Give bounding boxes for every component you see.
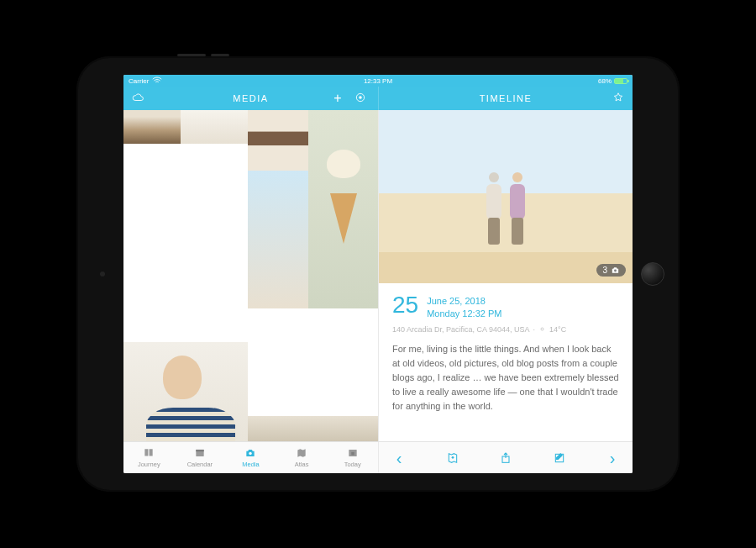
map-location-button[interactable] [441, 446, 465, 470]
tab-label: Atlas [295, 461, 309, 468]
carrier-label: Carrier [129, 77, 149, 85]
entry-date: June 25, 2018 [427, 295, 501, 308]
favorite-button[interactable] [612, 92, 624, 105]
front-camera [100, 271, 105, 277]
media-thumbnail[interactable] [248, 416, 378, 441]
svg-rect-8 [351, 452, 354, 456]
media-thumbnail[interactable] [248, 110, 308, 171]
entry-weekday-time: Monday 12:32 PM [427, 308, 501, 320]
app-header: MEDIA + TIMELINE [123, 87, 633, 110]
svg-rect-5 [196, 450, 203, 451]
share-export-button[interactable] [494, 446, 517, 470]
prev-entry-button[interactable]: ‹ [387, 446, 411, 470]
tab-label: Media [242, 461, 259, 468]
media-title: MEDIA [233, 93, 268, 103]
tab-label: Calendar [187, 461, 213, 468]
tab-journey[interactable]: Journey [123, 442, 175, 473]
header-right-pane: TIMELINE [378, 87, 633, 110]
entry-content: 25 June 25, 2018 Monday 12:32 PM 140 Arc… [379, 283, 633, 441]
tab-calendar[interactable]: Calendar [175, 442, 226, 473]
clock: 12:33 PM [364, 77, 392, 85]
ipad-device-frame: Carrier 12:33 PM 68% MEDIA + [76, 56, 680, 492]
tab-today[interactable]: Today [327, 442, 378, 473]
media-pane [123, 110, 378, 441]
svg-point-3 [541, 328, 543, 330]
photo-count-value: 3 [602, 266, 607, 275]
add-entry-button[interactable]: + [333, 92, 343, 105]
status-bar: Carrier 12:33 PM 68% [123, 75, 633, 87]
weather-icon [538, 325, 546, 333]
entry-body-text: For me, living is the little things. And… [392, 342, 619, 414]
camera-icon [244, 447, 257, 459]
media-thumbnail[interactable] [248, 171, 308, 308]
media-thumbnail[interactable] [123, 110, 181, 144]
home-button[interactable] [641, 262, 664, 286]
today-icon [346, 447, 360, 459]
timeline-title: TIMELINE [480, 93, 533, 103]
entry-location: 140 Arcadia Dr, Pacifica, CA 94044, USA [392, 325, 530, 334]
device-switch-2 [211, 54, 229, 56]
svg-point-6 [249, 452, 253, 456]
battery-pct: 68% [598, 77, 612, 85]
entry-toolbar: ‹ › [378, 442, 633, 473]
camera-icon [611, 266, 620, 275]
cloud-sync-button[interactable] [132, 92, 144, 105]
edit-entry-button[interactable] [548, 446, 571, 470]
media-thumbnail[interactable] [308, 110, 378, 308]
media-thumbnail[interactable] [123, 342, 248, 441]
entry-weather: 14°C [549, 325, 566, 334]
entry-day-number: 25 [392, 293, 418, 317]
tab-atlas[interactable]: Atlas [276, 442, 328, 473]
map-icon [295, 447, 308, 459]
wifi-icon [151, 75, 163, 87]
meta-separator: · [533, 325, 536, 334]
main-tabbar: Journey Calendar Media Atlas Today [123, 442, 378, 473]
media-thumbnail[interactable] [181, 110, 248, 144]
calendar-icon [193, 447, 207, 459]
next-entry-button[interactable]: › [601, 446, 624, 470]
svg-point-2 [614, 269, 617, 271]
tab-label: Today [344, 461, 361, 468]
tab-media[interactable]: Media [225, 442, 276, 473]
media-grid[interactable] [123, 110, 378, 441]
header-left-pane: MEDIA + [123, 87, 378, 110]
view-mode-button[interactable] [354, 92, 366, 105]
svg-point-9 [451, 456, 454, 459]
tab-label: Journey [138, 461, 160, 468]
battery-icon [614, 78, 627, 84]
bottom-toolbars: Journey Calendar Media Atlas Today [123, 441, 633, 473]
screen: Carrier 12:33 PM 68% MEDIA + [123, 75, 633, 473]
svg-point-1 [359, 96, 362, 99]
timeline-pane: 3 25 June 25, 2018 Monday 12:32 PM 140 A… [378, 110, 633, 441]
book-icon [142, 447, 155, 459]
device-switch [177, 54, 206, 56]
entry-hero-photo[interactable]: 3 [379, 110, 633, 283]
photo-count-badge[interactable]: 3 [596, 264, 626, 277]
